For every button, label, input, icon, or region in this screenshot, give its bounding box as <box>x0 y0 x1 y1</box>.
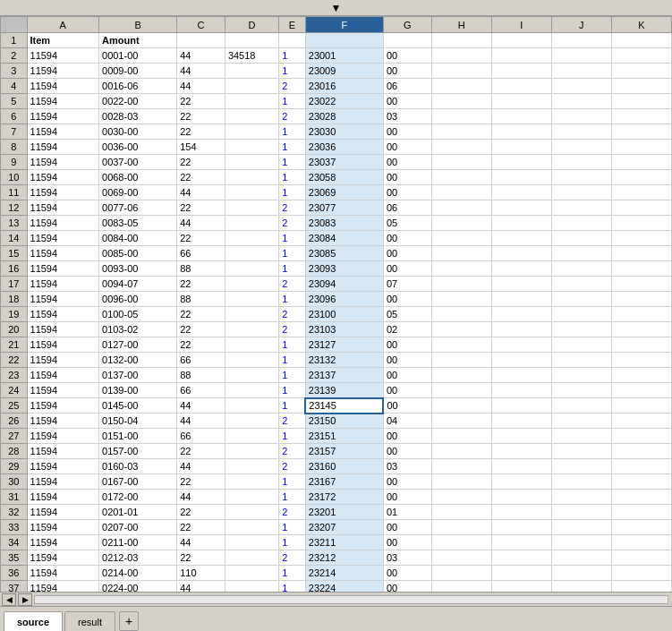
cell-b-25[interactable]: 0145-00 <box>99 398 177 414</box>
cell-c-20[interactable]: 22 <box>177 322 225 337</box>
cell-k-23[interactable] <box>611 368 671 383</box>
cell-j-12[interactable] <box>551 200 611 216</box>
cell-i-22[interactable] <box>491 353 551 368</box>
cell-j-29[interactable] <box>551 459 611 474</box>
cell-a-17[interactable]: 11594 <box>27 277 99 292</box>
cell-k-32[interactable] <box>611 505 671 520</box>
cell-j-7[interactable] <box>551 124 611 140</box>
cell-c-34[interactable]: 44 <box>177 535 225 550</box>
cell-a-28[interactable]: 11594 <box>27 444 99 459</box>
cell-i-32[interactable] <box>491 505 551 520</box>
cell-h-24[interactable] <box>431 383 491 398</box>
cell-j-15[interactable] <box>551 246 611 261</box>
cell-k-4[interactable] <box>611 79 671 94</box>
cell-f-27[interactable]: 23151 <box>305 429 383 444</box>
cell-e-5[interactable]: 1 <box>279 94 306 109</box>
cell-c-36[interactable]: 110 <box>177 566 225 581</box>
cell-k-11[interactable] <box>611 185 671 200</box>
cell-h-10[interactable] <box>431 170 491 185</box>
cell-a-10[interactable]: 11594 <box>27 170 99 185</box>
header-k[interactable] <box>611 33 671 48</box>
cell-i-28[interactable] <box>491 444 551 459</box>
cell-g-29[interactable]: 03 <box>383 459 431 474</box>
cell-c-22[interactable]: 66 <box>177 353 225 368</box>
cell-g-16[interactable]: 00 <box>383 261 431 277</box>
cell-f-26[interactable]: 23150 <box>305 414 383 429</box>
cell-i-15[interactable] <box>491 246 551 261</box>
cell-a-35[interactable]: 11594 <box>27 550 99 566</box>
col-header-b[interactable]: B <box>99 17 177 33</box>
cell-f-6[interactable]: 23028 <box>305 109 383 124</box>
cell-i-23[interactable] <box>491 368 551 383</box>
cell-g-2[interactable]: 00 <box>383 48 431 64</box>
cell-f-11[interactable]: 23069 <box>305 185 383 200</box>
cell-d-15[interactable] <box>225 246 278 261</box>
cell-k-34[interactable] <box>611 535 671 550</box>
cell-i-30[interactable] <box>491 474 551 490</box>
cell-c-27[interactable]: 66 <box>177 429 225 444</box>
cell-d-34[interactable] <box>225 535 278 550</box>
cell-c-32[interactable]: 22 <box>177 505 225 520</box>
cell-i-11[interactable] <box>491 185 551 200</box>
cell-a-2[interactable]: 11594 <box>27 48 99 64</box>
cell-k-2[interactable] <box>611 48 671 64</box>
cell-a-34[interactable]: 11594 <box>27 535 99 550</box>
cell-d-32[interactable] <box>225 505 278 520</box>
cell-i-19[interactable] <box>491 307 551 322</box>
cell-c-31[interactable]: 44 <box>177 490 225 505</box>
cell-k-18[interactable] <box>611 292 671 307</box>
cell-k-6[interactable] <box>611 109 671 124</box>
cell-h-29[interactable] <box>431 459 491 474</box>
cell-g-9[interactable]: 00 <box>383 155 431 170</box>
cell-f-9[interactable]: 23037 <box>305 155 383 170</box>
add-sheet-button[interactable]: + <box>119 611 139 631</box>
cell-j-37[interactable] <box>551 581 611 593</box>
header-f[interactable] <box>305 33 383 48</box>
cell-e-17[interactable]: 2 <box>279 277 306 292</box>
cell-j-10[interactable] <box>551 170 611 185</box>
cell-d-16[interactable] <box>225 261 278 277</box>
cell-e-29[interactable]: 2 <box>279 459 306 474</box>
cell-i-37[interactable] <box>491 581 551 593</box>
cell-h-33[interactable] <box>431 520 491 535</box>
cell-k-3[interactable] <box>611 64 671 79</box>
cell-b-32[interactable]: 0201-01 <box>99 505 177 520</box>
cell-g-5[interactable]: 00 <box>383 94 431 109</box>
cell-e-11[interactable]: 1 <box>279 185 306 200</box>
cell-c-5[interactable]: 22 <box>177 94 225 109</box>
cell-f-5[interactable]: 23022 <box>305 94 383 109</box>
cell-h-27[interactable] <box>431 429 491 444</box>
cell-c-29[interactable]: 44 <box>177 459 225 474</box>
cell-c-14[interactable]: 22 <box>177 231 225 246</box>
cell-j-20[interactable] <box>551 322 611 337</box>
cell-g-7[interactable]: 00 <box>383 124 431 140</box>
cell-i-34[interactable] <box>491 535 551 550</box>
cell-e-35[interactable]: 2 <box>279 550 306 566</box>
cell-d-33[interactable] <box>225 520 278 535</box>
cell-d-37[interactable] <box>225 581 278 593</box>
cell-k-27[interactable] <box>611 429 671 444</box>
cell-i-20[interactable] <box>491 322 551 337</box>
cell-b-15[interactable]: 0085-00 <box>99 246 177 261</box>
cell-j-19[interactable] <box>551 307 611 322</box>
cell-e-13[interactable]: 2 <box>279 216 306 231</box>
cell-i-12[interactable] <box>491 200 551 216</box>
cell-a-13[interactable]: 11594 <box>27 216 99 231</box>
cell-b-9[interactable]: 0037-00 <box>99 155 177 170</box>
cell-g-31[interactable]: 00 <box>383 490 431 505</box>
cell-b-4[interactable]: 0016-06 <box>99 79 177 94</box>
cell-b-19[interactable]: 0100-05 <box>99 307 177 322</box>
cell-c-7[interactable]: 22 <box>177 124 225 140</box>
cell-i-14[interactable] <box>491 231 551 246</box>
cell-f-25[interactable]: 23145 <box>305 398 383 414</box>
cell-e-26[interactable]: 2 <box>279 414 306 429</box>
cell-j-5[interactable] <box>551 94 611 109</box>
cell-c-9[interactable]: 22 <box>177 155 225 170</box>
cell-d-3[interactable] <box>225 64 278 79</box>
cell-a-11[interactable]: 11594 <box>27 185 99 200</box>
header-j[interactable] <box>551 33 611 48</box>
cell-a-22[interactable]: 11594 <box>27 353 99 368</box>
cell-f-19[interactable]: 23100 <box>305 307 383 322</box>
cell-e-10[interactable]: 1 <box>279 170 306 185</box>
cell-c-13[interactable]: 44 <box>177 216 225 231</box>
